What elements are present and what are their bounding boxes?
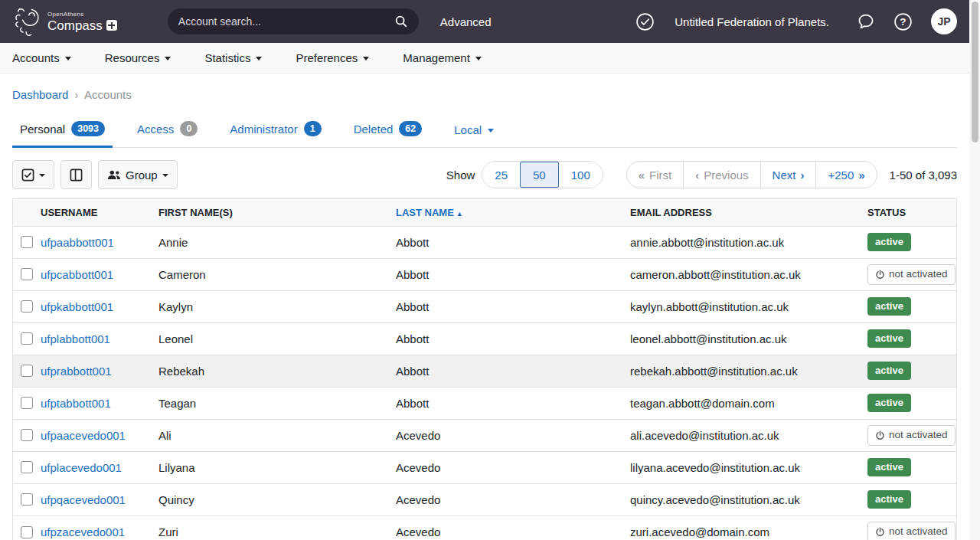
- scrollbar-thumb[interactable]: [972, 2, 978, 142]
- tab-deleted[interactable]: Deleted 62: [346, 121, 430, 148]
- advanced-search-link[interactable]: Advanced: [440, 15, 492, 28]
- row-checkbox[interactable]: [21, 268, 33, 280]
- scrollbar[interactable]: [969, 0, 980, 540]
- search-icon[interactable]: [394, 15, 408, 28]
- first-name-cell: Annie: [158, 226, 396, 258]
- status-label: active: [875, 299, 903, 313]
- main-nav: Accounts Resources Statistics Preference…: [0, 43, 969, 74]
- chevron-right-icon: ›: [800, 169, 804, 182]
- username-link[interactable]: ufptabbott001: [41, 397, 111, 410]
- row-checkbox[interactable]: [21, 332, 33, 345]
- first-name-cell: Kaylyn: [158, 290, 396, 322]
- first-name-cell: Cameron: [158, 258, 396, 290]
- group-button[interactable]: Group: [98, 160, 178, 189]
- owl-logo-icon: [12, 5, 43, 38]
- table-row: ufpcabbott001 Cameron Abbott cameron.abb…: [13, 258, 956, 290]
- row-checkbox[interactable]: [21, 526, 33, 538]
- toolbar-left: Group: [12, 160, 178, 189]
- status-label: not activated: [889, 525, 948, 539]
- page-size-group: 25 50 100: [482, 161, 603, 188]
- email-cell: quincy.acevedo@institution.ac.uk: [630, 483, 867, 515]
- chevron-down-icon: [165, 57, 171, 61]
- chevron-down-icon: [162, 174, 168, 177]
- next-page-button[interactable]: Next ›: [760, 162, 816, 188]
- brand-name: Compass: [47, 19, 103, 32]
- last-name-cell: Acevedo: [396, 483, 630, 515]
- row-checkbox[interactable]: [21, 397, 33, 409]
- first-name-cell: Leonel: [158, 322, 396, 355]
- username-link[interactable]: ufpzacevedo001: [41, 525, 125, 538]
- breadcrumb-dashboard-link[interactable]: Dashboard: [12, 88, 68, 101]
- page-size-25[interactable]: 25: [482, 162, 520, 188]
- chevron-down-icon: [363, 57, 369, 61]
- nav-resources[interactable]: Resources: [105, 51, 172, 64]
- username-link[interactable]: ufpaacevedo001: [41, 429, 126, 442]
- status-label: active: [875, 235, 903, 249]
- status-label: active: [875, 460, 903, 474]
- first-page-button[interactable]: « First: [627, 162, 684, 188]
- nav-statistics[interactable]: Statistics: [204, 51, 262, 64]
- row-checkbox[interactable]: [21, 493, 33, 506]
- row-checkbox[interactable]: [21, 365, 33, 377]
- table-body: ufpaabbott001 Annie Abbott annie.abbott@…: [13, 226, 956, 540]
- nav-preferences[interactable]: Preferences: [296, 51, 369, 64]
- table-row: ufpkabbott001 Kaylyn Abbott kaylyn.abbot…: [13, 290, 956, 322]
- column-username[interactable]: USERNAME: [41, 199, 158, 226]
- jump-forward-button[interactable]: +250 »: [815, 162, 876, 188]
- column-last-name[interactable]: LAST NAME▲: [396, 199, 630, 226]
- nav-accounts[interactable]: Accounts: [12, 51, 71, 64]
- last-name-cell: Abbott: [396, 355, 630, 387]
- status-badge: not activated: [867, 425, 956, 446]
- tab-personal[interactable]: Personal 3093: [12, 121, 113, 148]
- first-name-cell: Quincy: [158, 483, 396, 515]
- last-name-cell: Acevedo: [396, 451, 630, 483]
- help-icon[interactable]: ?: [893, 12, 913, 31]
- email-cell: teagan.abbott@domain.com: [630, 387, 867, 419]
- username-link[interactable]: ufpqacevedo001: [41, 493, 126, 506]
- table-row: ufptabbott001 Teagan Abbott teagan.abbot…: [13, 387, 956, 419]
- row-checkbox[interactable]: [21, 236, 33, 248]
- page-size-100[interactable]: 100: [559, 162, 603, 188]
- chevron-down-icon: [39, 174, 45, 177]
- column-email[interactable]: EMAIL ADDRESS: [630, 199, 867, 226]
- username-link[interactable]: ufprabbott001: [41, 365, 112, 378]
- nav-management[interactable]: Management: [403, 51, 482, 64]
- page-size-50[interactable]: 50: [520, 162, 559, 188]
- page: OpenAthens Compass Advanced Untitled: [0, 0, 969, 540]
- username-link[interactable]: ufplabbott001: [41, 332, 110, 345]
- username-link[interactable]: ufpkabbott001: [41, 300, 113, 313]
- people-icon: [107, 169, 121, 181]
- previous-page-button[interactable]: ‹ Previous: [683, 162, 760, 188]
- chat-bubble-icon[interactable]: [857, 12, 875, 31]
- email-cell: lilyana.acevedo@institution.ac.uk: [630, 451, 867, 483]
- select-all-button[interactable]: [12, 160, 54, 189]
- chevron-down-icon: [256, 57, 262, 61]
- brand-logo[interactable]: OpenAthens Compass: [12, 5, 117, 38]
- tab-local[interactable]: Local: [446, 123, 501, 148]
- username-link[interactable]: ufpaabbott001: [41, 236, 114, 249]
- tab-administrator[interactable]: Administrator 1: [222, 121, 328, 148]
- column-status[interactable]: STATUS: [867, 199, 956, 226]
- status-label: not activated: [889, 267, 948, 282]
- row-checkbox[interactable]: [21, 300, 33, 313]
- tab-access[interactable]: Access 0: [129, 121, 205, 148]
- email-cell: leonel.abbott@institution.ac.uk: [630, 322, 867, 355]
- account-search-input[interactable]: [178, 15, 394, 28]
- double-chevron-left-icon: «: [639, 169, 645, 182]
- username-link[interactable]: ufpcabbott001: [41, 268, 113, 281]
- table-row: ufplacevedo001 Lilyana Acevedo lilyana.a…: [13, 451, 956, 483]
- columns-button[interactable]: [60, 160, 92, 189]
- power-icon: [875, 430, 885, 440]
- column-first-name[interactable]: FIRST NAME(S): [158, 199, 396, 226]
- username-link[interactable]: ufplacevedo001: [41, 461, 122, 474]
- chevron-down-icon: [475, 57, 482, 61]
- pagination: « First ‹ Previous Next › +250 »: [626, 161, 877, 188]
- first-name-cell: Zuri: [158, 515, 396, 540]
- app-header: OpenAthens Compass Advanced Untitled: [0, 0, 969, 43]
- row-checkbox[interactable]: [21, 461, 33, 473]
- row-checkbox[interactable]: [21, 429, 33, 441]
- account-search: [168, 8, 419, 34]
- user-avatar[interactable]: JP: [931, 8, 957, 34]
- breadcrumb: Dashboard › Accounts: [0, 74, 969, 101]
- last-name-cell: Acevedo: [396, 515, 630, 540]
